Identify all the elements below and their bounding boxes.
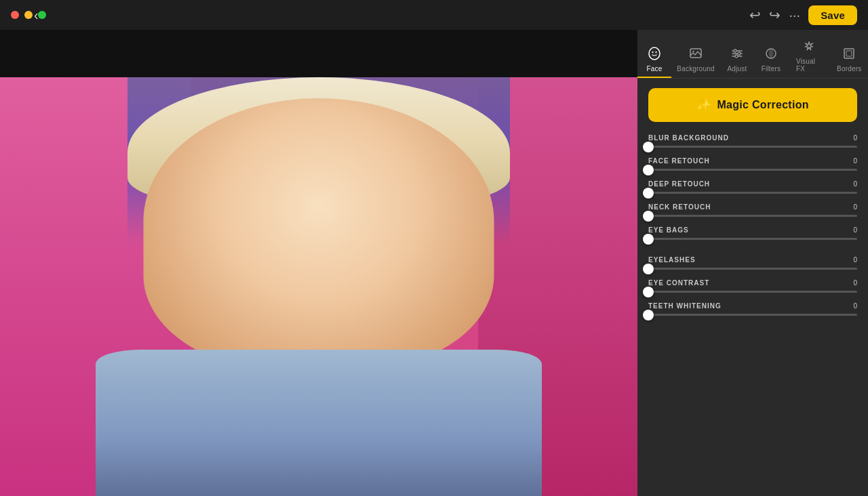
neck-retouch-row: NECK RETOUCH 0 [648,203,857,211]
tab-face-label: Face [646,65,662,73]
magic-wand-icon: ✨ [696,98,711,112]
redo-button[interactable]: ↪ [769,7,781,23]
filters-icon [764,47,778,62]
face-retouch-row: FACE RETOUCH 0 [648,157,857,165]
neck-retouch-track [648,215,857,217]
teeth-whitening-thumb[interactable] [643,310,654,321]
magic-correction-button[interactable]: ✨ Magic Correction [648,88,857,122]
deep-retouch-thumb[interactable] [643,188,654,199]
panel-content: ✨ Magic Correction BLUR BACKGROUND 0 [637,79,868,496]
right-panel: Face Background [637,30,868,496]
sliders-group: BLUR BACKGROUND 0 FACE RETOUCH 0 [648,134,857,316]
deep-retouch-row: DEEP RETOUCH 0 [648,180,857,188]
eye-contrast-thumb[interactable] [643,287,654,297]
shirt [96,350,542,496]
blur-background-slider[interactable] [648,146,857,148]
magic-correction-label: Magic Correction [717,99,809,111]
face-retouch-thumb[interactable] [643,165,654,175]
tab-background[interactable]: Background [671,43,720,78]
eyelashes-label: EYELASHES [648,256,696,264]
svg-point-4 [692,51,694,52]
eye-bags-row: EYE BAGS 0 [648,226,857,234]
tab-borders-label: Borders [837,65,861,73]
teeth-whitening-label: TEETH WHITENING [648,302,722,310]
tab-filters-label: Filters [762,65,781,73]
face [144,98,494,371]
blur-background-label: BLUR BACKGROUND [648,134,729,142]
eyelashes-row: EYELASHES 0 [648,256,857,264]
face-retouch-track [648,169,857,171]
neck-retouch-label: NECK RETOUCH [648,203,711,211]
deep-retouch-label: DEEP RETOUCH [648,180,710,188]
teeth-whitening-track [648,314,857,316]
svg-rect-12 [844,49,854,58]
tab-bar: Face Background [637,30,868,79]
tab-filters[interactable]: Filters [754,43,788,78]
visualfx-icon [802,39,816,55]
deep-retouch-value: 0 [853,180,857,188]
borders-icon [842,47,856,62]
tab-background-label: Background [677,65,714,73]
blur-background-value: 0 [853,134,857,142]
deep-retouch-track [648,192,857,194]
neck-retouch-value: 0 [853,203,857,211]
more-button[interactable]: ··· [789,7,800,23]
blur-background-track [648,146,857,148]
teeth-whitening-row: TEETH WHITENING 0 [648,302,857,310]
eye-bags-value: 0 [853,226,857,234]
neck-retouch-thumb[interactable] [643,211,654,222]
adjust-icon [730,47,744,62]
eye-bags-thumb[interactable] [643,234,654,245]
face-icon [648,47,661,62]
eye-bags-track [648,238,857,240]
photo-area [0,30,637,496]
eye-contrast-label: EYE CONTRAST [648,279,709,287]
face-retouch-value: 0 [853,157,857,165]
tab-visualfx-label: Visual FX [796,58,822,73]
svg-point-8 [734,49,736,52]
tab-borders[interactable]: Borders [830,43,868,78]
back-button[interactable]: ‹ [34,7,39,23]
eye-contrast-row: EYE CONTRAST 0 [648,279,857,287]
svg-point-9 [738,52,741,55]
svg-point-1 [652,51,654,53]
photo-canvas [0,77,637,496]
svg-rect-13 [846,51,852,56]
close-button[interactable] [11,11,19,19]
eye-contrast-slider[interactable] [648,291,857,293]
title-bar: ‹ ↩ ↪ ··· Save [0,0,868,30]
minimize-button[interactable] [24,11,33,19]
svg-point-2 [656,51,657,53]
deep-retouch-slider[interactable] [648,192,857,194]
tab-adjust-label: Adjust [727,65,747,73]
face-retouch-slider[interactable] [648,169,857,171]
eye-contrast-track [648,291,857,293]
face-retouch-label: FACE RETOUCH [648,157,710,165]
undo-button[interactable]: ↩ [749,7,761,23]
blur-background-thumb[interactable] [643,142,654,152]
toolbar-right: ↩ ↪ ··· Save [749,5,857,25]
eyelashes-slider[interactable] [648,268,857,270]
background-icon [689,47,703,62]
photo-image-container [0,77,637,496]
svg-point-0 [649,47,660,60]
eyelashes-track [648,268,857,270]
traffic-lights [11,11,46,19]
eye-contrast-value: 0 [853,279,857,287]
blur-background-row: BLUR BACKGROUND 0 [648,134,857,142]
tab-visualfx[interactable]: Visual FX [788,35,830,78]
eyelashes-value: 0 [853,256,857,264]
save-button[interactable]: Save [808,5,857,25]
teeth-whitening-slider[interactable] [648,314,857,316]
main-content: Face Background [0,30,868,496]
eye-bags-slider[interactable] [648,238,857,240]
tab-face[interactable]: Face [637,43,671,78]
neck-retouch-slider[interactable] [648,215,857,217]
tab-adjust[interactable]: Adjust [720,43,754,78]
photo-top-bar [0,30,637,77]
teeth-whitening-value: 0 [853,302,857,310]
eyelashes-thumb[interactable] [643,264,654,274]
eye-bags-label: EYE BAGS [648,226,689,234]
maximize-button[interactable] [38,11,46,19]
svg-point-10 [735,55,738,58]
